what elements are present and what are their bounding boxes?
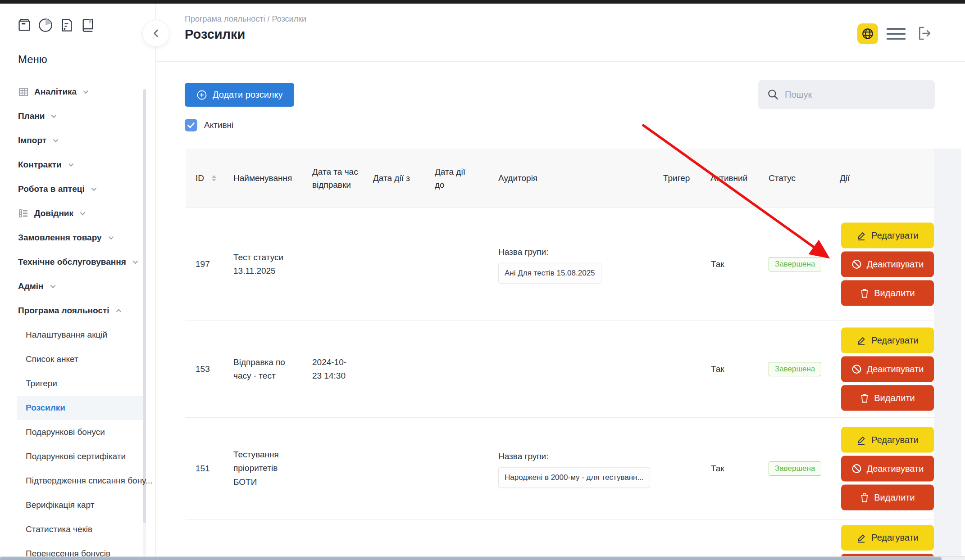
sidebar-subitem-card-verification[interactable]: Верифікація карт — [0, 493, 144, 517]
delete-button[interactable]: Видалити — [841, 485, 934, 510]
sidebar-item-label: Довідник — [34, 208, 73, 218]
sidebar-scrollbar[interactable] — [143, 89, 146, 556]
table-right-gutter — [934, 149, 961, 556]
deactivate-button[interactable]: Деактивувати — [841, 357, 934, 382]
sidebar-subitem-bonus-writeoff-confirm[interactable]: Підтвердження списання бону... — [0, 469, 144, 493]
sidebar-subitem-mailings-active[interactable]: Розсилки — [0, 396, 144, 420]
sidebar-item-admin[interactable]: Адмін — [0, 274, 144, 298]
sidebar-subitem-questionnaires[interactable]: Список анкет — [0, 347, 144, 371]
sidebar-item-directory[interactable]: Довідник — [0, 201, 144, 226]
col-header-date-from: Дата дії з — [373, 172, 429, 185]
sidebar-app-icons — [17, 17, 95, 33]
audience-group-chip: Ані Для тестів 15.08.2025 — [498, 263, 601, 283]
deactivate-button[interactable]: Деактивувати — [841, 252, 934, 277]
sidebar-subitem-gift-bonuses[interactable]: Подарункові бонуси — [0, 420, 144, 444]
col-header-date-to: Дата дії до — [435, 165, 476, 191]
sidebar-subitem-label: Подарункові сертифікати — [26, 452, 126, 461]
edit-button[interactable]: Редагувати — [841, 525, 934, 551]
delete-button-label: Видалити — [874, 492, 915, 503]
sidebar-subitem-label: Подарункові бонуси — [26, 427, 105, 437]
logout-button[interactable] — [915, 23, 934, 43]
horizontal-scrollbar[interactable] — [0, 556, 965, 560]
sidebar-item-technical-service[interactable]: Технічне обслуговування — [0, 250, 144, 274]
pie-chart-icon[interactable] — [38, 17, 53, 33]
col-header-actions: Дії — [840, 172, 850, 185]
sidebar-item-label: Адмін — [18, 281, 44, 291]
language-globe-button[interactable] — [857, 23, 878, 44]
sidebar-subitem-gift-certificates[interactable]: Подарункові сертифікати — [0, 444, 144, 469]
edit-button-label: Редагувати — [871, 230, 919, 241]
sidebar-item-label: Програма лояльності — [18, 306, 109, 316]
sidebar-subitem-promo-settings[interactable]: Налаштування акцій — [0, 323, 144, 347]
add-mailing-button[interactable]: Додати розсилку — [185, 83, 294, 107]
sidebar-item-label: Імпорт — [18, 135, 46, 145]
edit-button[interactable]: Редагувати — [841, 328, 934, 353]
edit-button-label: Редагувати — [871, 533, 919, 543]
sidebar-subitem-receipt-statistics[interactable]: Статистика чеків — [0, 517, 144, 542]
chevron-down-icon — [51, 114, 57, 118]
cell-id: 153 — [196, 362, 210, 376]
delete-button-label: Видалити — [874, 393, 915, 403]
edit-button-label: Редагувати — [871, 335, 919, 346]
sidebar-item-goods-order[interactable]: Замовлення товару — [0, 226, 144, 250]
cell-name: Тестування пріоритетів БОТИ — [233, 448, 305, 489]
breadcrumb[interactable]: Програма лояльності / Розсилки — [185, 14, 306, 24]
edit-button[interactable]: Редагувати — [841, 223, 934, 248]
sidebar-subitem-label: Список анкет — [26, 354, 78, 364]
header-divider — [156, 61, 965, 62]
search-input[interactable] — [785, 90, 929, 100]
status-badge: Завершена — [769, 362, 821, 376]
grid-icon — [18, 86, 29, 97]
cell-audience: Назва групи: Народжені в 2000-му - для т… — [498, 450, 669, 488]
sidebar-item-import[interactable]: Імпорт — [0, 128, 144, 153]
deactivate-button[interactable]: Деактивувати — [841, 456, 934, 482]
search-box — [758, 80, 935, 109]
sidebar-subitem-label: Налаштування акцій — [26, 330, 107, 340]
deactivate-button-label: Деактивувати — [867, 259, 924, 270]
delete-button[interactable]: Видалити — [841, 280, 934, 306]
edit-button[interactable]: Редагувати — [841, 427, 934, 453]
audience-label: Назва групи: — [498, 245, 669, 259]
book-icon[interactable] — [81, 17, 95, 33]
cell-id: 151 — [196, 462, 210, 475]
sidebar-item-contracts[interactable]: Контракти — [0, 153, 144, 177]
sidebar-subitem-triggers[interactable]: Тригери — [0, 371, 144, 396]
row-actions: Редагувати Деактивувати Видалити — [841, 223, 934, 306]
edit-button-label: Редагувати — [871, 435, 919, 445]
sidebar-item-plans[interactable]: Плани — [0, 104, 144, 128]
list-icon — [18, 208, 29, 219]
cell-send-datetime: 2024-10- 23 14:30 — [312, 356, 369, 383]
sidebar-subitem-label: Статистика чеків — [26, 524, 92, 534]
table-row-partial: Редагувати — [186, 520, 934, 560]
chevron-up-icon — [116, 309, 122, 313]
active-checkbox[interactable] — [185, 119, 197, 131]
delete-button[interactable]: Видалити — [841, 385, 934, 411]
sidebar-item-loyalty-program[interactable]: Програма лояльності — [0, 298, 144, 323]
search-icon — [767, 89, 779, 100]
page-title: Розсилки — [185, 27, 245, 42]
sidebar-item-label: Плани — [18, 111, 45, 121]
horizontal-scrollbar-thumb[interactable] — [0, 557, 942, 560]
trash-icon — [860, 288, 869, 298]
sidebar-scrollbar-thumb[interactable] — [143, 89, 146, 523]
edit-pencil-icon — [856, 230, 866, 240]
chevron-down-icon — [68, 163, 74, 167]
cell-id: 197 — [196, 257, 210, 271]
menu-hamburger-button[interactable] — [887, 28, 906, 43]
chevron-down-icon — [108, 236, 114, 240]
edit-pencil-icon — [856, 533, 866, 543]
archive-box-icon[interactable] — [17, 17, 32, 33]
sidebar-item-pharmacy-work[interactable]: Робота в аптеці — [0, 177, 144, 201]
cell-name: Відправка по часу - тест — [233, 356, 305, 383]
sidebar: Меню Аналітика Плани Імпорт Контр — [0, 4, 156, 560]
col-header-id: ID — [196, 172, 204, 185]
sidebar-item-label: Контракти — [18, 160, 62, 170]
sort-icon[interactable] — [212, 175, 216, 181]
chevron-down-icon — [80, 212, 86, 216]
table-row: 197 Тест статуси 13.11.2025 Назва групи:… — [186, 208, 934, 321]
sidebar-collapse-button[interactable] — [142, 20, 169, 47]
document-icon[interactable] — [59, 17, 74, 33]
col-header-trigger: Тригер — [663, 172, 690, 185]
deactivate-button-label: Деактивувати — [867, 364, 924, 375]
sidebar-item-analytics[interactable]: Аналітика — [0, 80, 144, 104]
